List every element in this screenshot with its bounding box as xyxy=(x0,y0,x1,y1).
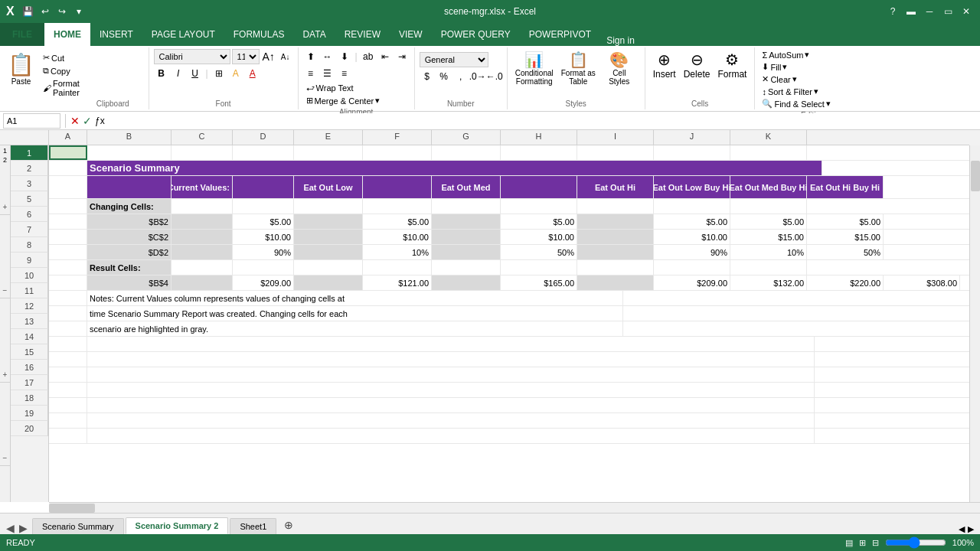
row-num-12[interactable]: 12 xyxy=(11,298,48,314)
tab-insert[interactable]: INSERT xyxy=(90,23,142,46)
insert-button[interactable]: ⊕ Insert xyxy=(650,49,679,81)
find-select-button[interactable]: 🔍 Find & Select ▾ xyxy=(760,98,832,109)
col-header-c[interactable]: C xyxy=(172,130,233,145)
cell-k10[interactable]: $132.00 xyxy=(730,276,807,290)
view-page-break-icon[interactable]: ⊟ xyxy=(872,538,879,548)
sheet-scroll-right[interactable]: ▶ xyxy=(968,524,974,534)
scroll-tabs-right-icon[interactable]: ▶ xyxy=(19,522,28,534)
tab-formulas[interactable]: FORMULAS xyxy=(224,23,294,46)
clear-button[interactable]: ✕ Clear ▾ xyxy=(760,73,799,85)
cell-b13-notes[interactable]: scenario are highlighted in gray. xyxy=(87,321,623,336)
h-scroll-track[interactable] xyxy=(49,503,969,513)
comma-button[interactable]: , xyxy=(453,69,469,84)
text-direction-button[interactable]: ab xyxy=(361,49,376,64)
cell-c5[interactable] xyxy=(172,199,233,214)
cell-a18[interactable] xyxy=(49,398,87,412)
cell-g9[interactable] xyxy=(432,260,501,275)
cell-a20[interactable] xyxy=(49,429,87,443)
cell-styles-button[interactable]: 🎨 CellStyles xyxy=(600,49,639,87)
cell-b9-result[interactable]: Result Cells: xyxy=(87,260,172,275)
restore-icon[interactable]: ▭ xyxy=(940,4,956,19)
cell-i6[interactable] xyxy=(577,214,654,229)
merge-center-button[interactable]: ⊞ Merge & Center ▾ xyxy=(303,95,384,106)
cell-a19[interactable] xyxy=(49,413,87,428)
cell-a1[interactable] xyxy=(49,145,87,160)
align-top-button[interactable]: ⬆ xyxy=(303,49,318,64)
align-right-button[interactable]: ≡ xyxy=(337,66,352,81)
format-painter-button[interactable]: 🖌Format Painter xyxy=(41,78,82,98)
cell-l7[interactable]: $15.00 xyxy=(807,230,884,244)
group-level-1[interactable]: 1 xyxy=(3,147,7,155)
col-header-e[interactable]: E xyxy=(294,130,363,145)
cell-a17[interactable] xyxy=(49,383,87,397)
cell-g6[interactable] xyxy=(432,214,501,229)
sheet-scroll-left[interactable]: ◀ xyxy=(959,524,965,534)
cell-reference-box[interactable]: A1 xyxy=(3,113,60,129)
row-num-16[interactable]: 16 xyxy=(11,360,48,375)
col-header-h[interactable]: H xyxy=(501,130,577,145)
col-header-g[interactable]: G xyxy=(432,130,501,145)
tab-powerpivot[interactable]: POWERPIVOT xyxy=(520,23,600,46)
h-scroll-thumb[interactable] xyxy=(49,504,95,513)
underline-button[interactable]: U xyxy=(188,66,203,81)
cell-h8[interactable]: 50% xyxy=(501,245,577,259)
cell-b17[interactable] xyxy=(87,383,815,397)
cell-l6[interactable]: $5.00 xyxy=(807,214,884,229)
row-num-17[interactable]: 17 xyxy=(11,375,48,390)
align-center-button[interactable]: ☰ xyxy=(320,66,335,81)
cell-b1[interactable] xyxy=(87,145,172,160)
wrap-text-button[interactable]: ⮐ Wrap Text xyxy=(303,83,357,93)
col-header-a[interactable]: A xyxy=(49,130,87,145)
sheet-tab-scenario-summary-2[interactable]: Scenario Summary 2 xyxy=(126,517,229,534)
row-num-9[interactable]: 9 xyxy=(11,253,48,268)
ribbon-display-icon[interactable]: ▬ xyxy=(903,4,919,19)
cell-j8[interactable]: 90% xyxy=(654,245,730,259)
cell-m10[interactable]: $308.00 xyxy=(884,276,960,290)
col-header-f[interactable]: F xyxy=(363,130,432,145)
cell-b10[interactable]: $B$4 xyxy=(87,276,172,290)
paste-button[interactable]: 📋 Paste xyxy=(5,49,38,89)
cell-b2-header[interactable]: Scenario Summary xyxy=(87,161,822,175)
cell-k8[interactable]: 10% xyxy=(730,245,807,259)
cell-h10[interactable]: $165.00 xyxy=(501,276,577,290)
tab-page-layout[interactable]: PAGE LAYOUT xyxy=(142,23,224,46)
cell-k5[interactable] xyxy=(730,199,807,214)
decrease-decimal-button[interactable]: ←.0 xyxy=(487,69,502,84)
cell-a7[interactable] xyxy=(49,230,87,244)
cell-b11-notes[interactable]: Notes: Current Values column represents … xyxy=(87,291,623,305)
cell-b18[interactable] xyxy=(87,398,815,412)
cell-b15[interactable] xyxy=(87,352,815,367)
cell-c7[interactable] xyxy=(172,230,233,244)
cell-a13[interactable] xyxy=(49,321,87,336)
vertical-scrollbar[interactable] xyxy=(969,145,980,502)
cell-i1[interactable] xyxy=(577,145,654,160)
undo-icon[interactable]: ↩ xyxy=(38,4,53,19)
cell-h3[interactable] xyxy=(501,176,577,198)
cell-d6[interactable]: $5.00 xyxy=(233,214,294,229)
cell-b20[interactable] xyxy=(87,429,815,443)
cell-d9[interactable] xyxy=(233,260,294,275)
sign-in-button[interactable]: Sign in xyxy=(600,35,641,46)
sheet-tab-sheet1[interactable]: Sheet1 xyxy=(230,518,276,534)
align-bottom-button[interactable]: ⬇ xyxy=(337,49,352,64)
close-icon[interactable]: ✕ xyxy=(959,4,974,19)
tab-home[interactable]: HOME xyxy=(44,23,90,46)
save-icon[interactable]: 💾 xyxy=(21,4,36,19)
cell-j6[interactable]: $5.00 xyxy=(654,214,730,229)
v-scroll-thumb[interactable] xyxy=(971,161,980,191)
cell-b3[interactable] xyxy=(87,176,172,198)
insert-function-icon[interactable]: ƒx xyxy=(95,116,105,126)
format-as-table-button[interactable]: 📋 Format asTable xyxy=(558,49,599,87)
cell-e9[interactable] xyxy=(294,260,363,275)
cell-i7[interactable] xyxy=(577,230,654,244)
cell-b6[interactable]: $B$2 xyxy=(87,214,172,229)
cell-b19[interactable] xyxy=(87,413,815,428)
increase-font-button[interactable]: A↑ xyxy=(261,49,276,64)
row-num-2[interactable]: 2 xyxy=(11,161,48,176)
cell-a3[interactable] xyxy=(49,176,87,198)
cell-f6[interactable]: $5.00 xyxy=(363,214,432,229)
row-num-3[interactable]: 3 xyxy=(11,176,48,191)
copy-button[interactable]: ⧉Copy xyxy=(41,65,82,77)
row-num-19[interactable]: 19 xyxy=(11,406,48,421)
currency-button[interactable]: $ xyxy=(420,69,435,84)
